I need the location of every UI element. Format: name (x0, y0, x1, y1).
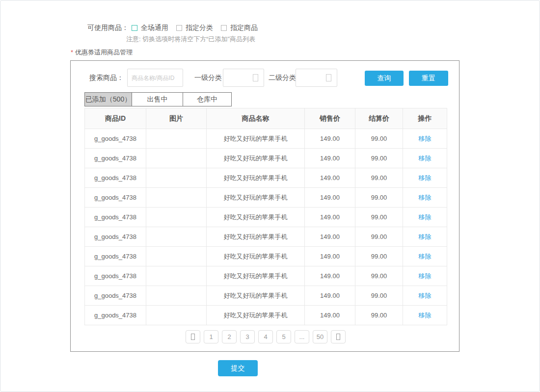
goods-image-cell (146, 227, 207, 247)
sale-price-cell: 149.00 (305, 286, 355, 306)
pagination: 12345...50 (84, 330, 447, 343)
sale-price-cell: 149.00 (305, 168, 355, 188)
reset-button[interactable]: 重置 (409, 71, 448, 86)
table-row: g_goods_4738好吃又好玩的苹果手机149.0099.00移除 (85, 129, 447, 149)
prev-page-button[interactable] (186, 330, 200, 343)
remove-link[interactable]: 移除 (419, 174, 432, 182)
action-cell: 移除 (403, 286, 447, 306)
checkbox-icon[interactable] (221, 25, 227, 31)
checkbox-icon[interactable] (132, 25, 137, 31)
coupon-product-page: 可使用商品： 全场通用指定分类指定商品 注意: 切换选项时将清空下方“已添加”商… (0, 0, 540, 392)
sale-price-cell: 149.00 (305, 306, 355, 325)
settle-price-cell: 99.00 (355, 208, 403, 227)
goods-name-cell: 好吃又好玩的苹果手机 (207, 168, 305, 188)
action-cell: 移除 (403, 306, 447, 325)
remove-link[interactable]: 移除 (419, 253, 432, 260)
usable-option-label: 指定分类 (186, 24, 213, 32)
action-cell: 移除 (403, 168, 447, 188)
page-button-1[interactable]: 1 (204, 330, 218, 343)
search-input[interactable] (127, 69, 183, 87)
goods-name-cell: 好吃又好玩的苹果手机 (207, 149, 305, 168)
goods-id-cell: g_goods_4738 (85, 227, 146, 247)
remove-link[interactable]: 移除 (419, 272, 432, 280)
usable-option-specified-category[interactable]: 指定分类 (176, 24, 213, 32)
submit-button[interactable]: 提交 (218, 360, 258, 376)
goods-image-cell (146, 306, 207, 325)
goods-id-cell: g_goods_4738 (85, 306, 146, 325)
sale-price-cell: 149.00 (305, 149, 355, 168)
page-button-3[interactable]: 3 (240, 330, 255, 343)
usable-products-label: 可使用商品： (87, 24, 129, 32)
page-button-2[interactable]: 2 (222, 330, 237, 343)
remove-link[interactable]: 移除 (419, 135, 432, 142)
action-cell: 移除 (403, 149, 447, 168)
goods-id-cell: g_goods_4738 (85, 188, 146, 208)
table-header-row: 商品ID图片商品名称销售价结算价操作 (85, 108, 447, 129)
tab-added[interactable]: 已添加（500） (84, 92, 132, 106)
page-ellipsis-button[interactable]: ... (295, 330, 309, 343)
goods-name-cell: 好吃又好玩的苹果手机 (207, 227, 305, 247)
goods-id-cell: g_goods_4738 (85, 286, 146, 306)
settle-price-cell: 99.00 (355, 188, 403, 208)
usable-products-options: 全场通用指定分类指定商品 (132, 24, 258, 32)
table-row: g_goods_4738好吃又好玩的苹果手机149.0099.00移除 (85, 247, 447, 266)
usable-option-specified-goods[interactable]: 指定商品 (221, 24, 258, 32)
goods-image-cell (146, 129, 207, 149)
settle-price-cell: 99.00 (355, 286, 403, 306)
category1-select[interactable] (223, 69, 264, 87)
goods-name-cell: 好吃又好玩的苹果手机 (207, 208, 305, 227)
required-asterisk: * (71, 49, 73, 56)
tab-on-sale[interactable]: 出售中 (132, 92, 183, 106)
page-button-4[interactable]: 4 (258, 330, 273, 343)
settle-price-cell: 99.00 (355, 306, 403, 325)
goods-image-cell (146, 247, 207, 266)
next-page-button[interactable] (331, 330, 346, 343)
column-header: 结算价 (355, 108, 403, 129)
sale-price-cell: 149.00 (305, 188, 355, 208)
usable-option-all-products[interactable]: 全场通用 (132, 24, 168, 32)
column-header: 商品ID (85, 108, 146, 129)
action-cell: 移除 (403, 227, 447, 247)
table-row: g_goods_4738好吃又好玩的苹果手机149.0099.00移除 (85, 188, 447, 208)
goods-image-cell (146, 149, 207, 168)
search-goods-label: 搜索商品： (89, 69, 124, 87)
dropdown-arrow-icon (326, 74, 331, 81)
sale-price-cell: 149.00 (305, 129, 355, 149)
remove-link[interactable]: 移除 (419, 312, 432, 319)
goods-name-cell: 好吃又好玩的苹果手机 (207, 247, 305, 266)
page-button-50[interactable]: 50 (313, 330, 327, 343)
settle-price-cell: 99.00 (355, 149, 403, 168)
goods-name-cell: 好吃又好玩的苹果手机 (207, 188, 305, 208)
remove-link[interactable]: 移除 (419, 194, 432, 201)
query-button[interactable]: 查询 (365, 71, 404, 86)
sale-price-cell: 149.00 (305, 266, 355, 286)
category2-label: 二级分类 (269, 69, 296, 87)
settle-price-cell: 99.00 (355, 168, 403, 188)
action-cell: 移除 (403, 188, 447, 208)
remove-link[interactable]: 移除 (419, 233, 432, 240)
remove-link[interactable]: 移除 (419, 155, 432, 162)
tab-in-warehouse[interactable]: 仓库中 (183, 92, 232, 106)
action-cell: 移除 (403, 129, 447, 149)
goods-id-cell: g_goods_4738 (85, 168, 146, 188)
goods-image-cell (146, 266, 207, 286)
goods-id-cell: g_goods_4738 (85, 266, 146, 286)
section-title: *优惠券适用商品管理 (71, 48, 133, 57)
category1-label: 一级分类 (194, 69, 222, 87)
category2-select[interactable] (296, 69, 337, 87)
goods-id-cell: g_goods_4738 (85, 149, 146, 168)
settle-price-cell: 99.00 (355, 247, 403, 266)
goods-image-cell (146, 286, 207, 306)
goods-name-cell: 好吃又好玩的苹果手机 (207, 306, 305, 325)
table-row: g_goods_4738好吃又好玩的苹果手机149.0099.00移除 (85, 306, 447, 325)
remove-link[interactable]: 移除 (419, 292, 432, 299)
goods-image-cell (146, 188, 207, 208)
action-cell: 移除 (403, 208, 447, 227)
dropdown-arrow-icon (253, 74, 258, 81)
usable-option-label: 全场通用 (141, 24, 168, 32)
checkbox-icon[interactable] (176, 25, 182, 31)
prev-arrow-tofu (191, 334, 195, 340)
remove-link[interactable]: 移除 (419, 213, 432, 221)
page-button-5[interactable]: 5 (276, 330, 291, 343)
action-cell: 移除 (403, 247, 447, 266)
